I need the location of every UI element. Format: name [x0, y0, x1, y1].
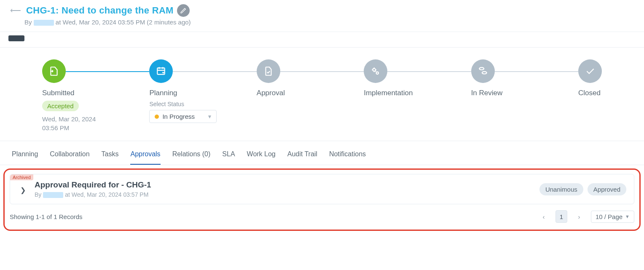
workflow-connector — [495, 71, 578, 72]
detail-tabs: Planning Collaboration Tasks Approvals R… — [0, 141, 644, 165]
back-arrow-icon[interactable]: ⟵ — [8, 6, 23, 15]
author-redacted — [34, 20, 54, 26]
pagination-row: Showing 1-1 of 1 Records ‹ 1 › 10 / Page… — [10, 210, 634, 223]
pencil-icon — [180, 7, 187, 14]
page-subtitle: By at Wed, Mar 20, 2024 03:55 PM (2 minu… — [24, 19, 636, 26]
approval-title: Approval Required for - CHG-1 — [35, 180, 539, 190]
edit-button[interactable] — [177, 4, 190, 17]
tab-work-log[interactable]: Work Log — [247, 150, 276, 165]
workflow-step-icon — [578, 59, 602, 83]
workflow-step-approval: Approval — [257, 59, 364, 97]
expand-toggle[interactable]: ❯ — [18, 185, 28, 195]
tag-chip — [8, 35, 24, 41]
workflow-step-in-review: In Review — [471, 59, 578, 97]
workflow-step-label: Planning — [149, 89, 177, 97]
status-dropdown[interactable]: In Progress ▼ — [149, 110, 217, 123]
approval-card[interactable]: Archived ❯ Approval Required for - CHG-1… — [10, 174, 634, 204]
workflow-timeline: Submitted Accepted Wed, Mar 20, 2024 03:… — [0, 48, 644, 141]
workflow-step-planning: Planning Select Status In Progress ▼ — [149, 59, 256, 123]
archived-tag: Archived — [10, 174, 33, 180]
pager-next[interactable]: › — [573, 210, 585, 223]
status-value: In Progress — [162, 113, 195, 120]
badge-approved: Approved — [588, 183, 626, 195]
workflow-connector — [173, 71, 256, 72]
workflow-step-label: Implementation — [364, 89, 413, 97]
badge-unanimous: Unanimous — [539, 183, 583, 195]
check-icon — [585, 66, 596, 77]
select-status-label: Select Status — [149, 101, 184, 107]
author-redacted — [43, 192, 63, 198]
workflow-step-icon — [42, 59, 66, 83]
tab-planning[interactable]: Planning — [12, 150, 38, 165]
workflow-step-icon — [149, 59, 173, 83]
status-dot-icon — [155, 115, 159, 119]
workflow-connector — [387, 71, 471, 72]
workflow-step-label: Approval — [257, 89, 285, 97]
workflow-step-icon — [364, 59, 387, 83]
workflow-step-closed: Closed — [578, 59, 602, 97]
chevron-down-icon: ▼ — [207, 114, 212, 120]
workflow-step-implementation: Implementation — [364, 59, 471, 97]
svg-point-2 — [376, 72, 378, 74]
workflow-step-label: In Review — [471, 89, 503, 97]
page-size-dropdown[interactable]: 10 / Page ▼ — [591, 211, 634, 223]
submit-icon — [48, 66, 59, 77]
tab-collaboration[interactable]: Collaboration — [50, 150, 89, 165]
tab-approvals[interactable]: Approvals — [130, 150, 160, 165]
pager-prev[interactable]: ‹ — [538, 210, 550, 223]
workflow-step-icon — [471, 59, 495, 83]
page-header: ⟵ CHG-1: Need to change the RAM By at We… — [0, 0, 644, 32]
page-title: CHG-1: Need to change the RAM — [26, 5, 174, 16]
pager-page-current[interactable]: 1 — [555, 210, 567, 223]
pager: ‹ 1 › 10 / Page ▼ — [538, 210, 634, 223]
pagination-summary: Showing 1-1 of 1 Records — [10, 213, 83, 220]
workflow-connector — [280, 71, 364, 72]
status-badge-accepted: Accepted — [42, 101, 79, 111]
tab-sla[interactable]: SLA — [222, 150, 235, 165]
workflow-step-label: Closed — [578, 89, 601, 97]
approvals-highlight-box: Archived ❯ Approval Required for - CHG-1… — [3, 168, 641, 231]
workflow-connector — [66, 71, 149, 72]
workflow-step-label: Submitted — [42, 89, 75, 97]
tag-row — [0, 32, 644, 48]
tab-audit-trail[interactable]: Audit Trail — [287, 150, 317, 165]
approval-meta: By at Wed, Mar 20, 2024 03:57 PM — [35, 191, 539, 198]
tab-tasks[interactable]: Tasks — [102, 150, 119, 165]
chevron-down-icon: ▼ — [625, 214, 630, 219]
tab-notifications[interactable]: Notifications — [329, 150, 366, 165]
workflow-step-submitted: Submitted Accepted Wed, Mar 20, 2024 03:… — [42, 59, 149, 132]
approval-card-main: Approval Required for - CHG-1 By at Wed,… — [35, 180, 539, 198]
tab-relations[interactable]: Relations (0) — [172, 150, 211, 165]
workflow-step-date: Wed, Mar 20, 2024 03:56 PM — [42, 115, 96, 132]
workflow-step-icon — [257, 59, 280, 83]
approval-icon — [263, 66, 274, 77]
review-icon — [478, 66, 488, 77]
svg-rect-0 — [158, 68, 165, 74]
gears-icon — [370, 66, 381, 77]
planning-icon — [156, 66, 166, 77]
approval-badges: Unanimous Approved — [539, 183, 626, 195]
